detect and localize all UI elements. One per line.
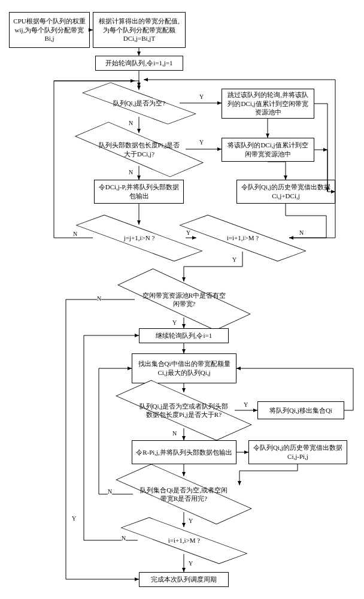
box-b6: 令DCi,j-P,并将队列头部数据包输出	[94, 180, 184, 204]
text: 令队列Qi,j的历史带宽借出数据Ci,j-Pi,j	[253, 443, 343, 461]
d7: 队列集合Qi是否为空,或者空闲带宽R是否用完?	[133, 476, 235, 512]
label-n: N	[299, 229, 304, 236]
label-y: Y	[199, 93, 204, 100]
text: 令DCi,j-P,并将队列头部数据包输出	[98, 183, 180, 201]
box-b4: 跳过该队列的轮询,并将该队列的DCi,j值累计到空闲带宽资源池中	[222, 89, 314, 119]
box-end: 完成本次队列调度周期	[139, 572, 229, 587]
box-b10: 将队列Qi,j移出集合Qi	[257, 401, 344, 419]
label-y: Y	[189, 560, 193, 567]
box-b7: 令队列Qi,j的历史带宽借出数据Ci,j+DCi,j	[236, 180, 335, 204]
text: 将队列Qi,j移出集合Qi	[269, 406, 332, 415]
text: 开始轮询队列,令i=1,j=1	[105, 59, 172, 68]
d1: 队列Qi,j是否为空?	[99, 90, 180, 117]
d2: 队列头部数据包长度Pi,j是否大于DCi,j?	[93, 133, 186, 166]
text: 跳过该队列的轮询,并将该队列的DCi,j值累计到空闲带宽资源池中	[226, 90, 310, 117]
d4: i=i+1,i>M ?	[196, 225, 289, 252]
label-y: Y	[244, 401, 248, 408]
text: 队列头部数据包长度Pi,j是否大于DCi,j?	[93, 141, 186, 158]
box-b2: 根据计算得出的带宽分配值,为每个队列分配带宽配额DCi,j=Bi,jT	[93, 12, 186, 48]
label-y: Y	[172, 319, 177, 326]
text: 令队列Qi,j的历史带宽借出数据Ci,j+DCi,j	[241, 183, 331, 201]
label-n: N	[73, 231, 77, 237]
box-start: CPU根据每个队列的权重wij,为每个队列分配带宽Bi,j	[9, 12, 90, 48]
text: 将该队列的DCi,j值累计到空闲带宽资源池中	[226, 141, 310, 159]
label-n: N	[97, 295, 101, 302]
text: CPU根据每个队列的权重wij,为每个队列分配带宽Bi,j	[13, 17, 86, 44]
box-b9: 找出集合Qi中借出的带宽配额量Ci,j最大的队列Qi,j	[132, 353, 236, 383]
box-b11: 令R-Pi,j,并将队列头部数据包输出	[132, 440, 236, 464]
label-y: Y	[72, 515, 76, 522]
label-y: Y	[186, 229, 190, 236]
label-n: N	[129, 169, 133, 176]
box-b12: 令队列Qi,j的历史带宽借出数据Ci,j-Pi,j	[248, 440, 347, 464]
label-y: Y	[199, 139, 204, 146]
text: 根据计算得出的带宽分配值,为每个队列分配带宽配额DCi,j=Bi,jT	[97, 17, 181, 44]
box-b3: 开始轮询队列,令i=1,j=1	[95, 56, 183, 71]
d3: j=j+1,i>N ?	[93, 225, 186, 252]
d8: i=i+1,i>M ?	[138, 527, 230, 554]
text: i=i+1,i>M ?	[163, 536, 205, 544]
d6: 队列Qi,j是否为空或者队列头部数据包长度Pi,j是否大于R?	[133, 392, 235, 428]
label-n: N	[129, 120, 133, 126]
text: 令R-Pi,j,并将队列头部数据包输出	[136, 448, 232, 457]
text: 找出集合Qi中借出的带宽配额量Ci,j最大的队列Qi,j	[136, 359, 232, 377]
text: 继续轮询队列,令i=1	[156, 331, 213, 340]
text: 空闲带宽资源池R中是否有空闲带宽?	[135, 291, 233, 308]
text: 队列集合Qi是否为空,或者空闲带宽R是否用完?	[133, 486, 235, 503]
box-b5: 将该队列的DCi,j值累计到空闲带宽资源池中	[222, 138, 314, 162]
d5: 空闲带宽资源池R中是否有空闲带宽?	[135, 282, 233, 317]
label-n: N	[108, 488, 112, 495]
label-y: Y	[232, 256, 236, 263]
box-b8: 继续轮询队列,令i=1	[139, 328, 229, 343]
label-y: Y	[189, 518, 193, 524]
label-n: N	[122, 535, 126, 541]
text: 队列Qi,j是否为空?	[108, 99, 171, 107]
text: j=j+1,i>N ?	[119, 234, 160, 242]
label-n: N	[172, 430, 177, 437]
text: 完成本次队列调度周期	[151, 575, 217, 584]
text: 队列Qi,j是否为空或者队列头部数据包长度Pi,j是否大于R?	[133, 402, 235, 419]
text: i=i+1,i>M ?	[222, 234, 263, 242]
